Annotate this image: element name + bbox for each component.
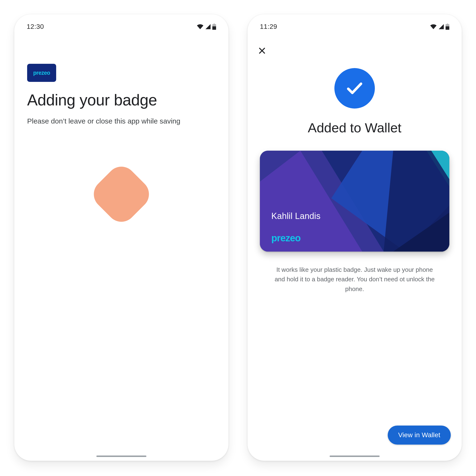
- close-icon[interactable]: [257, 46, 267, 56]
- nav-handle[interactable]: [96, 456, 146, 457]
- brand-badge-chip: prezeo: [27, 64, 56, 82]
- nav-handle[interactable]: [330, 456, 380, 457]
- brand-text: prezeo: [33, 70, 50, 76]
- loading-spinner: [88, 161, 155, 228]
- phone-frame-left: 12:30 prezeo Adding your badge Please do…: [14, 14, 228, 461]
- battery-icon: [445, 24, 449, 30]
- wifi-icon: [430, 24, 437, 30]
- card-brand-text: prezeo: [271, 233, 301, 243]
- wifi-icon: [197, 24, 204, 30]
- page-subtitle: Please don’t leave or close this app whi…: [27, 117, 216, 125]
- cellular-icon: [205, 24, 211, 30]
- status-icons: [430, 24, 449, 30]
- status-time: 12:30: [27, 23, 44, 31]
- success-check-icon: [334, 68, 375, 108]
- status-bar: 12:30: [14, 14, 228, 33]
- phone-frame-right: 11:29 Added to Wallet: [248, 14, 462, 461]
- card-holder-name: Kahlil Landis: [271, 211, 321, 221]
- cellular-icon: [438, 24, 444, 30]
- page-description: It works like your plastic badge. Just w…: [271, 265, 438, 294]
- status-icons: [197, 24, 216, 30]
- view-in-wallet-button[interactable]: View in Wallet: [388, 425, 451, 444]
- wallet-card-preview: Kahlil Landis prezeo: [260, 151, 449, 252]
- status-time: 11:29: [260, 23, 277, 31]
- status-bar: 11:29: [248, 14, 462, 33]
- page-title: Adding your badge: [27, 91, 216, 109]
- battery-icon: [212, 24, 216, 30]
- page-title: Added to Wallet: [308, 120, 401, 136]
